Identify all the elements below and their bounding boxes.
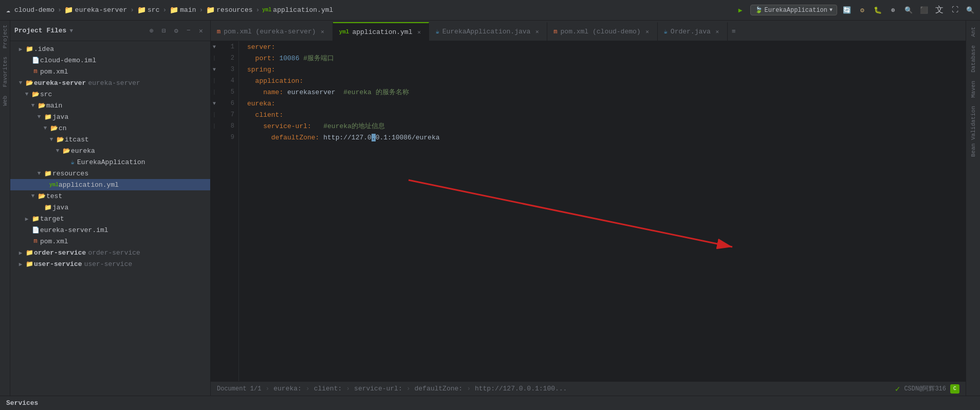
- tree-item-pom-eureka[interactable]: m pom.xml: [10, 236, 210, 247]
- bottom-bar: Services: [0, 396, 980, 410]
- tree-item-itcast[interactable]: ▼ 📂 itcast: [10, 134, 210, 145]
- tree-item-cloud-demo-iml[interactable]: 📄 cloud-demo.iml: [10, 55, 210, 66]
- code-line-6: eureka:: [247, 98, 957, 109]
- debug-icon[interactable]: 🐛: [872, 5, 883, 16]
- tab-close-pom-cloud[interactable]: ✕: [644, 28, 651, 35]
- expand-icon[interactable]: ⛶: [949, 5, 960, 16]
- tab-project[interactable]: Project: [2, 21, 8, 52]
- line-num-5: | 5: [211, 86, 238, 98]
- new-file-icon[interactable]: ⊕: [146, 26, 157, 36]
- tree-item-test[interactable]: ▼ 📂 test: [10, 190, 210, 202]
- folder-main-icon: 📂: [37, 102, 46, 110]
- yaml-icon: yml: [263, 6, 271, 14]
- tree-item-eureka-iml[interactable]: 📄 eureka-server.iml: [10, 224, 210, 236]
- folder-eureka-icon: 📂: [25, 79, 34, 87]
- tree-item-eureka-server[interactable]: ▼ 📂 eureka-server eureka-server: [10, 77, 210, 88]
- breadcrumb-client[interactable]: client:: [314, 385, 342, 393]
- fold-icon-6[interactable]: ▼: [213, 101, 216, 106]
- tree-item-idea[interactable]: ▶ 📁 .idea: [10, 43, 210, 55]
- editor-container: ▼ 1 | 2 ▼ 3 | 4 | 5: [211, 41, 966, 381]
- fold-icon-8: |: [213, 123, 216, 129]
- breadcrumb-url-val[interactable]: http://127.0.0.1:100...: [475, 385, 567, 393]
- tree-item-java-test[interactable]: 📁 java: [10, 202, 210, 213]
- fold-icon-3[interactable]: ▼: [213, 67, 216, 73]
- tree-item-src[interactable]: ▼ 📂 src: [10, 88, 210, 100]
- services-label[interactable]: Services: [6, 399, 38, 407]
- project-icon: ☁: [4, 6, 12, 14]
- run-icon[interactable]: ▶: [735, 5, 746, 16]
- tree-item-pom-root[interactable]: m pom.xml: [10, 66, 210, 77]
- build-icon[interactable]: ⚙: [857, 5, 868, 16]
- code-line-9: defaultZone: http://127.0.0.1:10086/eure…: [247, 132, 957, 143]
- close-panel-icon[interactable]: ✕: [196, 26, 206, 36]
- tab-close-order[interactable]: ✕: [714, 28, 721, 35]
- xml-icon-eureka: m: [31, 238, 40, 245]
- tree-item-target[interactable]: ▶ 📁 target: [10, 213, 210, 224]
- line-num-6: ▼ 6: [211, 98, 238, 109]
- tree-item-eureka-app[interactable]: ☕ EurekaApplication: [10, 156, 210, 168]
- bean-validation-panel[interactable]: Bean Validation: [970, 102, 976, 161]
- toolbar-right: ▶ 🍃 EurekaApplication ▼ 🔄 ⚙ 🐛 ⊕ 🔍 ⬛ 文 ⛶ …: [735, 5, 976, 16]
- tab-close-pom-eureka[interactable]: ✕: [319, 28, 326, 35]
- tab-pom-cloud-demo[interactable]: m pom.xml (cloud-demo) ✕: [547, 22, 657, 41]
- tab-more[interactable]: ≡: [728, 22, 740, 41]
- run-config[interactable]: 🍃 EurekaApplication ▼: [750, 5, 837, 15]
- tab-pom-eureka-server[interactable]: m pom.xml (eureka-server) ✕: [211, 22, 333, 41]
- database-panel[interactable]: Database: [970, 41, 976, 77]
- tab-eureka-app-java[interactable]: ☕ EurekaApplication.java ✕: [429, 22, 547, 41]
- breadcrumb-src[interactable]: 📁 src: [137, 6, 159, 14]
- breadcrumb-project[interactable]: ☁ cloud-demo: [4, 6, 54, 14]
- folder-cn-icon: 📂: [49, 124, 59, 132]
- breadcrumb-eureka[interactable]: eureka:: [273, 385, 302, 393]
- status-bar: Document 1/1 › eureka: › client: › servi…: [211, 381, 966, 396]
- tree-item-application-yml[interactable]: yml application.yml: [10, 179, 210, 190]
- collapse-icon[interactable]: ⊟: [159, 26, 169, 36]
- folder-icon3: 📁: [170, 6, 178, 14]
- breadcrumb-yaml[interactable]: yml application.yml: [263, 6, 333, 14]
- breadcrumb-service-url[interactable]: service-url:: [354, 385, 402, 393]
- panel-icons: ⊕ ⊟ ⚙ − ✕: [146, 26, 206, 36]
- tab-close-eureka-java[interactable]: ✕: [533, 28, 541, 35]
- sep4: ›: [199, 6, 204, 14]
- project-panel: Project Files ▼ ⊕ ⊟ ⚙ − ✕ ▶ 📁 .idea: [10, 21, 211, 396]
- coverage-icon[interactable]: ⊕: [887, 5, 899, 16]
- csdn-icon[interactable]: C: [950, 384, 959, 394]
- breadcrumb-defaultzone[interactable]: defaultZone:: [415, 385, 463, 393]
- tab-order-java[interactable]: ☕ Order.java ✕: [658, 22, 728, 41]
- breadcrumb-main[interactable]: 📁 main: [170, 6, 196, 14]
- tab-web[interactable]: Web: [2, 92, 8, 110]
- code-editor[interactable]: server: port: 10086 #服务端口 spring: applic…: [239, 41, 966, 381]
- tree-item-resources[interactable]: ▼ 📁 resources: [10, 168, 210, 179]
- folder-test-icon: 📂: [37, 192, 46, 200]
- tree-item-order-service[interactable]: ▶ 📁 order-service order-service: [10, 247, 210, 258]
- fold-icon-1[interactable]: ▼: [213, 44, 216, 50]
- tree-item-main[interactable]: ▼ 📂 main: [10, 100, 210, 111]
- tree-item-java[interactable]: ▼ 📁 java: [10, 111, 210, 122]
- profile-icon[interactable]: 🔍: [903, 5, 914, 16]
- line-num-1: ▼ 1: [211, 41, 238, 52]
- java-app-icon: ☕: [68, 158, 77, 166]
- panel-title: Project Files: [14, 27, 66, 34]
- refresh-icon[interactable]: 🔄: [841, 5, 853, 16]
- ant-panel[interactable]: Ant: [970, 23, 976, 41]
- stop-icon[interactable]: ⬛: [918, 5, 930, 16]
- panel-dropdown[interactable]: ▼: [69, 28, 73, 34]
- breadcrumb-resources[interactable]: 📁 resources: [206, 6, 252, 14]
- tree-item-cn[interactable]: ▼ 📂 cn: [10, 122, 210, 134]
- minus-icon[interactable]: −: [183, 26, 194, 36]
- tree-item-user-service[interactable]: ▶ 📁 user-service user-service: [10, 258, 210, 270]
- code-line-4: application:: [247, 75, 957, 86]
- xml-icon-root: m: [31, 68, 40, 75]
- breadcrumb-eureka-server[interactable]: 📁 eureka-server: [65, 6, 127, 14]
- code-line-3: spring:: [247, 64, 957, 75]
- translate-icon[interactable]: 文: [934, 5, 945, 16]
- settings-icon[interactable]: ⚙: [171, 26, 181, 36]
- search-icon[interactable]: 🔍: [965, 5, 976, 16]
- tab-close-yaml[interactable]: ✕: [415, 28, 422, 35]
- line-num-7: | 7: [211, 109, 238, 120]
- tree-item-eureka-pkg[interactable]: ▼ 📂 eureka: [10, 145, 210, 156]
- tab-application-yml[interactable]: yml application.yml ✕: [333, 22, 430, 41]
- line-num-8: | 8: [211, 120, 238, 132]
- maven-panel[interactable]: Maven: [970, 77, 976, 102]
- tab-favorites[interactable]: Favorites: [2, 52, 8, 91]
